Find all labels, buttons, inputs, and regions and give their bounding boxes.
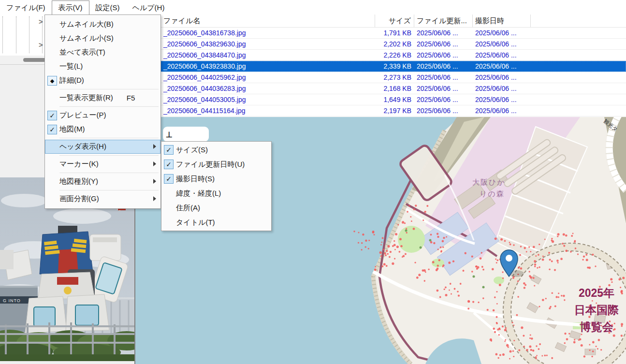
- menubar-item-0[interactable]: ファイル(F): [0, 1, 52, 15]
- file-name-cell: _20250606_043816738.jpg: [135, 28, 375, 38]
- submenu-arrow-icon: [153, 161, 156, 166]
- menu-separator: [45, 87, 160, 91]
- menubar-item-2[interactable]: 設定(S): [89, 1, 126, 15]
- view-menu-item-17[interactable]: 画面分割(G): [45, 192, 160, 206]
- menu-item-label: 一覧(L): [59, 62, 83, 71]
- file-size-cell: 2,197 KB: [375, 105, 414, 116]
- menu-separator: [45, 189, 160, 192]
- label-forest-line1: 大阪ひか: [472, 178, 506, 186]
- header-submenu-item-2[interactable]: ✓撮影日時(S): [161, 172, 271, 186]
- view-menu-item-4[interactable]: ◆詳細(D): [45, 73, 160, 87]
- menu-gutter: ✓: [45, 111, 59, 120]
- menubar-item-3[interactable]: ヘルプ(H): [126, 1, 171, 15]
- header-submenu-item-5[interactable]: タイトル(T): [161, 215, 271, 230]
- file-modified-cell: 2025/06/06 ...: [414, 61, 473, 72]
- menu-gutter: ✓: [161, 160, 176, 169]
- table-row[interactable]: _20250606_044115164.jpg2,197 KB2025/06/0…: [135, 105, 626, 116]
- menu-item-label: 一覧表示更新(R): [59, 93, 113, 102]
- view-menu-item-13[interactable]: マーカー(K): [45, 157, 160, 171]
- checkmark-icon: ✓: [47, 125, 57, 134]
- header-submenu-item-0[interactable]: ✓サイズ(S): [161, 143, 271, 157]
- view-menu-item-6[interactable]: 一覧表示更新(R)F5: [45, 91, 160, 105]
- column-header-size[interactable]: サイズ: [375, 15, 414, 27]
- file-size-cell: 1,649 KB: [375, 94, 414, 105]
- chevron-right-icon: >: [39, 41, 43, 49]
- header-submenu-item-1[interactable]: ✓ファイル更新日時(U): [161, 157, 271, 172]
- menu-item-label: プレビュー(P): [59, 111, 106, 120]
- column-header-filename[interactable]: ファイル名: [135, 15, 375, 27]
- file-size-cell: 2,339 KB: [375, 61, 414, 72]
- menu-separator: [45, 136, 160, 140]
- menu-separator: [45, 154, 160, 157]
- menu-item-label: 地図種別(Y): [59, 177, 98, 186]
- menu-item-label: サイズ(S): [176, 146, 208, 155]
- table-row[interactable]: _20250606_044053005.jpg1,649 KB2025/06/0…: [135, 94, 626, 105]
- column-header-taken[interactable]: 撮影日時: [473, 15, 531, 27]
- photo-viewer-window: ファイル(F)表示(V)設定(S)ヘルプ(H) > >: [0, 0, 626, 364]
- menu-item-label: ファイル更新日時(U): [176, 160, 245, 169]
- table-row[interactable]: _20250606_043848470.jpg2,226 KB2025/06/0…: [135, 50, 626, 61]
- file-name-cell: _20250606_043923830.jpg: [135, 61, 375, 72]
- table-row[interactable]: _20250606_043923830.jpg2,339 KB2025/06/0…: [135, 61, 626, 72]
- view-menu-item-3[interactable]: 一覧(L): [45, 59, 160, 73]
- map-overlay-glyph: ⊥: [166, 130, 173, 139]
- file-modified-cell: 2025/06/06 ...: [414, 94, 473, 105]
- file-size-cell: 2,273 KB: [375, 72, 414, 83]
- header-submenu-item-3[interactable]: 緯度・経度(L): [161, 186, 271, 201]
- menu-item-label: サムネイル大(B): [59, 20, 114, 29]
- label-expo-line2: 日本国際: [574, 304, 619, 316]
- view-menu-item-2[interactable]: 並べて表示(T): [45, 45, 160, 59]
- label-forest-line2: りの森: [480, 189, 505, 198]
- menu-item-label: 詳細(D): [59, 76, 84, 85]
- radio-dot-icon: ◆: [47, 76, 57, 86]
- menu-gutter: ✓: [45, 125, 59, 134]
- file-size-cell: 2,226 KB: [375, 50, 414, 60]
- column-header-modified[interactable]: ファイル更新...: [414, 15, 473, 27]
- menu-item-label: 住所(A): [176, 204, 200, 213]
- view-menu-item-9[interactable]: ✓地図(M): [45, 122, 160, 136]
- map-overlay-partial[interactable]: ⊥: [163, 127, 209, 142]
- file-taken-cell: 2025/06/06 ...: [473, 94, 531, 105]
- checkmark-icon: ✓: [164, 174, 174, 184]
- file-taken-cell: 2025/06/06 ...: [473, 83, 531, 94]
- file-name-cell: _20250606_044025962.jpg: [135, 72, 375, 83]
- thumbnail-cell-border: [2, 16, 3, 53]
- file-size-cell: 2,168 KB: [375, 83, 414, 94]
- view-menu-item-15[interactable]: 地図種別(Y): [45, 175, 160, 189]
- table-row[interactable]: _20250606_044025962.jpg2,273 KB2025/06/0…: [135, 72, 626, 83]
- file-modified-cell: 2025/06/06 ...: [414, 105, 473, 116]
- view-menu-item-8[interactable]: ✓プレビュー(P): [45, 108, 160, 122]
- menu-gutter: ✓: [161, 174, 176, 184]
- menu-item-label: 撮影日時(S): [176, 175, 215, 184]
- file-name-cell: _20250606_044036283.jpg: [135, 83, 375, 94]
- label-expo-line3: 博覧会: [580, 320, 613, 333]
- view-menu-item-0[interactable]: サムネイル大(B): [45, 17, 160, 31]
- chevron-right-icon: >: [39, 17, 43, 26]
- file-taken-cell: 2025/06/06 ...: [473, 61, 531, 72]
- table-row[interactable]: _20250606_043829630.jpg2,202 KB2025/06/0…: [135, 39, 626, 50]
- view-menu-dropdown: サムネイル大(B)サムネイル小(S)並べて表示(T)一覧(L)◆詳細(D)一覧表…: [44, 15, 161, 209]
- table-row[interactable]: _20250606_043816738.jpg1,791 KB2025/06/0…: [135, 28, 626, 39]
- table-row[interactable]: _20250606_044036283.jpg2,168 KB2025/06/0…: [135, 83, 626, 94]
- menu-separator: [45, 105, 160, 108]
- header-display-submenu: ✓サイズ(S)✓ファイル更新日時(U)✓撮影日時(S)緯度・経度(L)住所(A)…: [161, 141, 272, 231]
- checkmark-icon: ✓: [164, 145, 174, 155]
- file-taken-cell: 2025/06/06 ...: [473, 50, 531, 60]
- menu-item-label: 並べて表示(T): [59, 48, 105, 57]
- view-menu-item-1[interactable]: サムネイル小(S): [45, 31, 160, 45]
- menu-separator: [45, 171, 160, 175]
- menu-bar: ファイル(F)表示(V)設定(S)ヘルプ(H): [0, 0, 626, 15]
- header-submenu-item-4[interactable]: 住所(A): [161, 201, 271, 215]
- view-menu-item-11[interactable]: ヘッダ表示(H): [45, 140, 160, 154]
- file-taken-cell: 2025/06/06 ...: [473, 28, 531, 38]
- label-expo-line1: 2025年: [579, 287, 614, 299]
- file-name-cell: _20250606_043829630.jpg: [135, 39, 375, 49]
- menu-item-label: 画面分割(G): [59, 194, 99, 204]
- file-taken-cell: 2025/06/06 ...: [473, 105, 531, 116]
- file-list-header: ファイル名 サイズ ファイル更新... 撮影日時: [135, 15, 626, 28]
- menu-item-label: タイトル(T): [176, 218, 215, 227]
- thumbnail-cell-border: [16, 16, 16, 53]
- menubar-item-1[interactable]: 表示(V): [52, 0, 89, 15]
- file-taken-cell: 2025/06/06 ...: [473, 72, 531, 83]
- file-name-cell: _20250606_043848470.jpg: [135, 50, 375, 60]
